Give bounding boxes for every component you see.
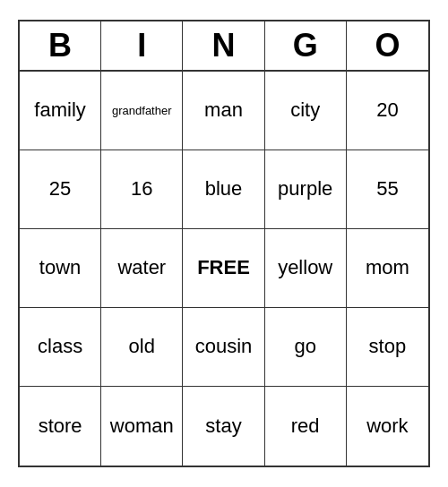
cell-text: grandfather [112,104,172,118]
cell-text: water [117,256,166,279]
cell-text: man [204,98,243,122]
cell-r1-c3: purple [265,150,347,229]
cell-text: city [290,98,320,122]
cell-r1-c0: 25 [20,150,101,229]
cell-text: go [294,335,315,358]
cell-text: store [39,414,82,438]
bingo-grid: familygrandfathermancity202516bluepurple… [20,72,428,466]
cell-text: red [291,414,320,438]
cell-r3-c0: class [20,308,101,387]
cell-text: 16 [131,177,152,201]
cell-r1-c2: blue [183,150,264,229]
cell-r2-c1: water [101,229,183,308]
cell-r4-c1: woman [101,387,183,466]
cell-r4-c0: store [20,387,101,466]
cell-text: stay [205,414,241,438]
cell-text: woman [110,414,174,438]
cell-r3-c1: old [101,308,183,387]
cell-r3-c2: cousin [183,308,264,387]
bingo-card: BINGO familygrandfathermancity202516blue… [18,20,430,467]
cell-text: old [129,335,155,358]
cell-text: family [34,98,85,122]
header-letter: B [20,21,101,70]
header-letter: I [101,21,183,70]
bingo-header: BINGO [20,21,428,72]
header-letter: O [347,21,428,70]
cell-r1-c1: 16 [101,150,183,229]
cell-r2-c4: mom [347,229,428,308]
cell-r0-c4: 20 [347,72,428,150]
cell-r2-c0: town [20,229,101,308]
cell-r3-c3: go [265,308,347,387]
cell-r4-c2: stay [183,387,264,466]
cell-r4-c3: red [265,387,347,466]
cell-r2-c3: yellow [265,229,347,308]
cell-text: mom [366,256,409,279]
cell-r1-c4: 55 [347,150,428,229]
cell-text: FREE [197,256,250,279]
cell-text: work [366,414,408,438]
cell-r0-c0: family [20,72,101,150]
cell-r4-c4: work [347,387,428,466]
cell-text: town [39,256,81,279]
header-letter: G [265,21,347,70]
cell-r2-c2: FREE [183,229,264,308]
cell-r3-c4: stop [347,308,428,387]
cell-text: 20 [376,98,398,122]
cell-text: cousin [195,335,253,358]
cell-text: 25 [49,177,71,201]
cell-text: 55 [376,177,398,201]
cell-text: blue [205,177,243,201]
cell-r0-c3: city [265,72,347,150]
cell-text: class [38,335,82,358]
cell-r0-c2: man [183,72,264,150]
cell-r0-c1: grandfather [101,72,183,150]
cell-text: yellow [278,256,332,279]
cell-text: purple [278,177,332,201]
header-letter: N [183,21,264,70]
cell-text: stop [369,335,407,358]
